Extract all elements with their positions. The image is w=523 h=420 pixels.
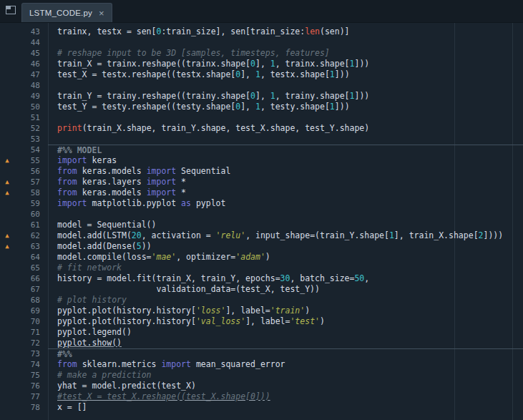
code-line[interactable]: 44 <box>0 37 523 48</box>
code-line[interactable]: 77#test_X = test_X.reshape((test_X.shape… <box>0 391 523 402</box>
code-line[interactable]: 70pyplot.plot(history.history['val_loss'… <box>0 316 523 327</box>
code-line[interactable]: 76yhat = model.predict(test_X) <box>0 381 523 391</box>
code-text: pyplot.plot(history.history['val_loss'],… <box>48 316 523 327</box>
code-line[interactable]: 46train_X = trainx.reshape((trainx.shape… <box>0 59 523 69</box>
warning-placeholder <box>0 263 14 273</box>
code-token: * <box>176 177 186 187</box>
code-text: import matplotlib.pyplot as pyplot <box>48 198 523 209</box>
code-text: validation_data=(test_X, test_Y)) <box>48 284 523 295</box>
code-token: 30 <box>280 273 290 283</box>
line-number: 63 <box>14 241 48 252</box>
tab-close-icon[interactable]: × <box>99 9 104 18</box>
line-number: 75 <box>14 370 48 381</box>
code-line[interactable]: 71pyplot.legend() <box>0 327 523 338</box>
warning-placeholder <box>0 306 14 316</box>
code-editor[interactable]: 43trainx, testx = sen[0:train_size], sen… <box>0 23 523 420</box>
code-token: import <box>147 177 177 187</box>
code-line[interactable]: 78x = [] <box>0 402 523 413</box>
code-token: model.add(LSTM( <box>57 230 132 240</box>
code-token: 1 <box>255 102 260 112</box>
code-text: # make a prediction <box>48 370 523 381</box>
warning-placeholder <box>0 391 14 402</box>
undock-editor-icon[interactable] <box>6 6 16 14</box>
code-token: model = Sequential() <box>57 220 156 230</box>
warning-placeholder <box>0 220 14 230</box>
code-token: validation_data=(test_X, test_Y)) <box>57 284 320 294</box>
code-line[interactable]: ▲55import keras <box>0 155 523 166</box>
gutter-cell: 66 <box>0 273 48 284</box>
code-line[interactable]: 43trainx, testx = sen[0:train_size], sen… <box>0 26 523 37</box>
gutter-cell: 53 <box>0 134 48 145</box>
code-line[interactable]: 51 <box>0 112 523 123</box>
code-token: from <box>57 177 77 187</box>
warning-placeholder <box>0 123 14 134</box>
code-line[interactable]: 68# plot history <box>0 295 523 306</box>
code-token: #%% MODEL <box>57 145 102 155</box>
code-line[interactable]: 67 validation_data=(test_X, test_Y)) <box>0 284 523 295</box>
code-text: # reshape input to be 3D [samples, times… <box>48 48 523 59</box>
code-line[interactable]: 50test_Y = testy.reshape((testy.shape[0]… <box>0 102 523 112</box>
code-line[interactable]: 64model.compile(loss='mae', optimizer='a… <box>0 252 523 263</box>
code-line[interactable]: 65# fit network <box>0 263 523 273</box>
warning-icon: ▲ <box>0 187 14 198</box>
warning-placeholder <box>0 59 14 69</box>
code-text: print(train_X.shape, train_Y.shape, test… <box>48 123 523 134</box>
code-text: train_X = trainx.reshape((trainx.shape[0… <box>48 59 523 69</box>
code-line[interactable]: 73#%% <box>0 348 523 359</box>
code-token: train_X = trainx.reshape((trainx.shape[ <box>57 59 250 69</box>
code-line[interactable]: 45# reshape input to be 3D [samples, tim… <box>0 48 523 59</box>
line-number: 69 <box>14 306 48 316</box>
code-line[interactable]: 54#%% MODEL <box>0 145 523 155</box>
code-token: import <box>57 198 87 208</box>
code-line[interactable]: 47test_X = testx.reshape((testx.shape[0]… <box>0 69 523 80</box>
line-number: 67 <box>14 284 48 295</box>
code-token: sklearn.metrics <box>77 359 162 369</box>
gutter-cell: 56 <box>0 166 48 177</box>
code-token: 2 <box>479 230 484 240</box>
code-line[interactable]: 66history = model.fit(train_X, train_Y, … <box>0 273 523 284</box>
code-text: model.add(LSTM(20, activation = 'relu', … <box>48 230 523 241</box>
code-text: from keras.models import * <box>48 187 523 198</box>
code-line[interactable]: ▲62model.add(LSTM(20, activation = 'relu… <box>0 230 523 241</box>
code-token: )) <box>142 241 152 251</box>
warning-placeholder <box>0 316 14 327</box>
code-line[interactable]: 59import matplotlib.pyplot as pyplot <box>0 198 523 209</box>
code-line[interactable]: 49train_Y = trainy.reshape((trainy.shape… <box>0 91 523 102</box>
warning-placeholder <box>0 284 14 295</box>
code-token: 1 <box>330 69 335 79</box>
code-token: 1 <box>255 69 260 79</box>
code-line[interactable]: ▲58from keras.models import * <box>0 187 523 198</box>
code-text: pyplot.legend() <box>48 327 523 338</box>
gutter-cell: 68 <box>0 295 48 306</box>
code-line[interactable]: 74from sklearn.metrics import mean_squar… <box>0 359 523 370</box>
line-number: 50 <box>14 102 48 112</box>
code-line[interactable]: ▲57from keras.layers import * <box>0 177 523 187</box>
warning-icon: ▲ <box>0 230 14 241</box>
code-line[interactable]: 61model = Sequential() <box>0 220 523 230</box>
code-line[interactable]: 53 <box>0 134 523 145</box>
code-token: ], <box>255 59 270 69</box>
code-line[interactable]: ▲63model.add(Dense(5)) <box>0 241 523 252</box>
code-token: trainx, testx = sen[ <box>57 26 156 36</box>
code-token: 'mae' <box>152 252 177 262</box>
code-line[interactable]: 56from keras.models import Sequential <box>0 166 523 177</box>
code-line[interactable]: 72pyplot.show() <box>0 338 523 348</box>
gutter-cell: 51 <box>0 112 48 123</box>
code-text: history = model.fit(train_X, train_Y, ep… <box>48 273 523 284</box>
code-line[interactable]: 75# make a prediction <box>0 370 523 381</box>
gutter-cell: 59 <box>0 198 48 209</box>
code-token: , <box>364 273 369 283</box>
code-token: 'loss' <box>196 306 226 316</box>
code-line[interactable]: 69pyplot.plot(history.history['loss'], l… <box>0 306 523 316</box>
gutter-cell: 67 <box>0 284 48 295</box>
tab-lstm-code[interactable]: LSTM_CODE.py × <box>21 3 112 22</box>
line-number: 59 <box>14 198 48 209</box>
code-line[interactable]: 52print(train_X.shape, train_Y.shape, te… <box>0 123 523 134</box>
code-token: 20 <box>132 230 142 240</box>
code-token: 'adam' <box>235 252 265 262</box>
code-line[interactable]: 60 <box>0 209 523 220</box>
warning-placeholder <box>0 348 14 359</box>
code-token: ) <box>320 316 325 326</box>
code-line[interactable]: 48 <box>0 80 523 91</box>
code-text: pyplot.show() <box>48 338 523 348</box>
